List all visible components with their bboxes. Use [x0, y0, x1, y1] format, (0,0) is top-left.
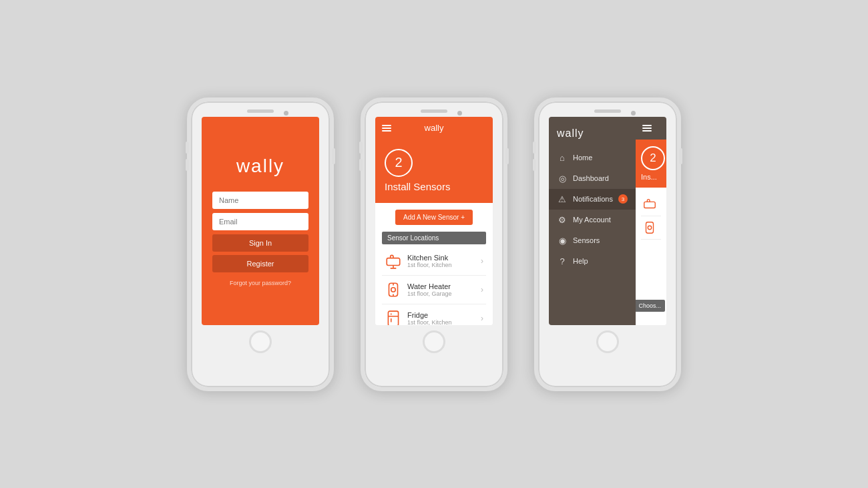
- svg-rect-12: [646, 222, 654, 233]
- svg-rect-0: [387, 258, 400, 265]
- nav-sensor-content: [636, 188, 666, 245]
- step-title: Install Sensors: [385, 181, 450, 192]
- phone-2-vol-down: [359, 159, 363, 171]
- chevron-right-icon: ›: [481, 285, 483, 294]
- phone-3-vol-down: [533, 159, 536, 171]
- svg-rect-7: [388, 311, 398, 325]
- phone-1-vol-up: [186, 142, 189, 154]
- phone-1-vol-down: [186, 159, 189, 171]
- login-logo: wally: [236, 156, 284, 177]
- sensor-name: Kitchen Sink: [407, 254, 481, 262]
- sidebar-item-label: Notifications: [573, 195, 613, 203]
- home-icon: ⌂: [557, 153, 568, 163]
- account-icon: ⚙: [557, 215, 568, 225]
- phone-2-camera: [457, 111, 462, 115]
- notification-badge: 3: [618, 194, 628, 204]
- phone-3: wally ⌂ Home ◎ Dashboard ⚠ Notifications…: [534, 97, 681, 391]
- nav-logo: wally: [549, 124, 636, 148]
- nav-main-content: 2 Ins...: [636, 117, 666, 325]
- phone-2-vol-up: [359, 142, 363, 154]
- phone-1: wally Sign In Register Forgot your passw…: [187, 97, 334, 391]
- add-sensor-button[interactable]: Add A New Sensor +: [395, 210, 473, 225]
- sidebar-item-help[interactable]: ? Help: [549, 251, 636, 272]
- sensor-item-kitchen-sink[interactable]: Kitchen Sink 1st floor, Kitchen ›: [382, 247, 486, 276]
- step-number: 2: [385, 149, 413, 177]
- help-icon: ?: [557, 256, 568, 266]
- step-banner: 2 Install Sensors: [375, 140, 493, 203]
- forgot-password-link[interactable]: Forgot your password?: [230, 280, 291, 286]
- register-button[interactable]: Register: [212, 255, 308, 272]
- sidebar-item-label: Home: [573, 154, 592, 162]
- sensor-locations-header: Sensor Locations: [382, 232, 486, 244]
- sign-in-button[interactable]: Sign In: [212, 234, 308, 252]
- sensor-name: Water Heater: [407, 282, 481, 290]
- nav-drawer: wally ⌂ Home ◎ Dashboard ⚠ Notifications…: [549, 117, 636, 325]
- phone-3-home-btn[interactable]: [596, 330, 619, 353]
- nav-step-title: Ins...: [641, 173, 657, 181]
- phone-3-speaker: [594, 109, 621, 113]
- nav-app-header: [636, 117, 666, 140]
- nav-sensor-item: [641, 193, 661, 216]
- phone-3-vol-up: [533, 142, 536, 154]
- sink-icon-nav: [642, 197, 657, 212]
- menu-icon[interactable]: [642, 125, 652, 132]
- chevron-right-icon: ›: [481, 256, 483, 266]
- sensor-info-kitchen-sink: Kitchen Sink 1st floor, Kitchen: [407, 254, 481, 268]
- fridge-icon: [385, 310, 402, 325]
- svg-point-4: [391, 287, 396, 292]
- sidebar-item-label: Dashboard: [573, 174, 609, 182]
- sink-icon: [385, 252, 402, 270]
- sidebar-item-sensors[interactable]: ◉ Sensors: [549, 230, 636, 251]
- chevron-right-icon: ›: [481, 314, 483, 323]
- phone-3-power-btn: [679, 148, 682, 164]
- login-screen: wally Sign In Register Forgot your passw…: [202, 117, 319, 325]
- phone-3-screen: wally ⌂ Home ◎ Dashboard ⚠ Notifications…: [549, 117, 666, 325]
- phone-1-speaker: [247, 109, 274, 113]
- app-header-title: wally: [425, 123, 444, 133]
- sidebar-item-notifications[interactable]: ⚠ Notifications 3: [549, 189, 636, 210]
- svg-point-13: [648, 226, 652, 230]
- notifications-icon: ⚠: [557, 194, 568, 204]
- phone-2-home-btn[interactable]: [423, 330, 445, 353]
- menu-icon[interactable]: [382, 125, 391, 132]
- sidebar-item-account[interactable]: ⚙ My Account: [549, 210, 636, 230]
- app-header: wally: [375, 117, 493, 140]
- sidebar-item-label: My Account: [573, 216, 611, 224]
- sensor-item-water-heater[interactable]: Water Heater 1st floor, Garage ›: [382, 276, 486, 304]
- phone-2-power-btn: [505, 148, 509, 164]
- sensor-location: 1st floor, Kitchen: [407, 262, 481, 268]
- svg-rect-11: [644, 202, 656, 208]
- sidebar-item-home[interactable]: ⌂ Home: [549, 148, 636, 168]
- phone-1-camera: [284, 111, 288, 115]
- sidebar-item-dashboard[interactable]: ◎ Dashboard: [549, 168, 636, 189]
- choose-button[interactable]: Choos...: [636, 300, 665, 312]
- phone-2-screen: wally 2 Install Sensors Add A New Sensor…: [375, 117, 493, 325]
- water-heater-icon: [385, 281, 402, 298]
- sensor-location: 1st floor, Garage: [407, 290, 481, 297]
- email-input[interactable]: [212, 213, 308, 230]
- phone-1-screen: wally Sign In Register Forgot your passw…: [202, 117, 319, 325]
- sensor-location: 1st floor, Kitchen: [407, 319, 481, 325]
- nav-screen: wally ⌂ Home ◎ Dashboard ⚠ Notifications…: [549, 117, 666, 325]
- phone-3-camera: [631, 111, 636, 115]
- sensor-info-water-heater: Water Heater 1st floor, Garage: [407, 282, 481, 297]
- sidebar-item-label: Sensors: [573, 236, 600, 244]
- sensor-info-fridge: Fridge 1st floor, Kitchen: [407, 311, 481, 325]
- sensors-icon: ◉: [557, 236, 568, 246]
- phone-2-speaker: [421, 109, 447, 113]
- sidebar-item-label: Help: [573, 257, 588, 265]
- phone-1-power-btn: [332, 148, 335, 164]
- sensor-content: Add A New Sensor + Sensor Locations Kitc…: [375, 203, 493, 325]
- nav-step-banner: 2 Ins...: [636, 140, 666, 188]
- name-input[interactable]: [212, 192, 308, 209]
- nav-step-number: 2: [641, 146, 665, 170]
- nav-sensor-item: [641, 216, 661, 240]
- dashboard-icon: ◎: [557, 174, 568, 184]
- sensor-item-fridge[interactable]: Fridge 1st floor, Kitchen ›: [382, 304, 486, 325]
- water-heater-icon-nav: [642, 220, 657, 235]
- sensor-name: Fridge: [407, 311, 481, 319]
- phone-2: wally 2 Install Sensors Add A New Sensor…: [361, 97, 507, 391]
- phone-1-home-btn[interactable]: [249, 330, 272, 353]
